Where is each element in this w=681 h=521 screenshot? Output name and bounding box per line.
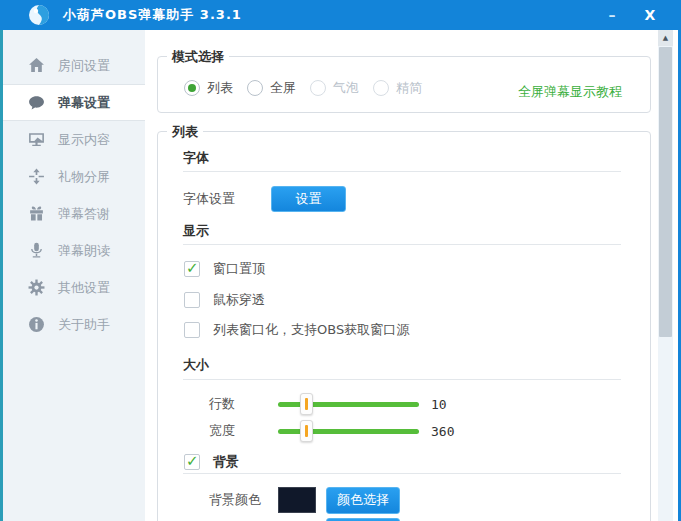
checkbox-icon [184,292,200,308]
list-settings-group: 列表 字体 字体设置 设置 显示 窗口置顶 鼠标穿透 列表窗口化，支持OBS获取… [157,131,651,521]
width-label: 宽度 [209,422,235,440]
gift-icon [28,205,45,222]
background-color-row: 背景颜色 颜色选择 [158,486,650,514]
width-slider-handle[interactable] [300,420,313,442]
sidebar-item-label: 弹幕设置 [58,94,110,112]
speech-bubble-icon [28,94,45,111]
fullscreen-tutorial-link[interactable]: 全屏弹幕显示教程 [518,83,622,101]
app-logo-icon [28,4,50,26]
sidebar-item-about[interactable]: 关于助手 [3,306,145,343]
sidebar-item-label: 弹幕答谢 [58,205,110,223]
mode-radio-fullscreen[interactable]: 全屏 [247,79,296,97]
size-section-header: 大小 [183,356,209,374]
sidebar-item-label: 关于助手 [58,316,110,334]
mode-radio-row: 列表 全屏 气泡 精简 [184,79,436,97]
mode-radio-list[interactable]: 列表 [184,79,233,97]
checkbox-mouse-passthrough[interactable]: 鼠标穿透 [184,291,676,309]
radio-icon [184,80,200,96]
font-section-header: 字体 [183,149,209,167]
row-count-slider-handle[interactable] [300,393,313,415]
sidebar-item-gift-split-screen[interactable]: 礼物分屏 [3,158,145,195]
mode-selection-group: 模式选择 列表 全屏 气泡 精简 全屏弹幕显示教程 [157,56,651,113]
sidebar-item-other-settings[interactable]: 其他设置 [3,269,145,306]
width-slider-row: 宽度 360 [158,419,650,443]
divider [183,171,621,172]
sidebar-item-danmaku-thanks[interactable]: 弹幕答谢 [3,195,145,232]
home-icon [28,57,45,74]
font-settings-button[interactable]: 设置 [271,186,346,212]
mode-radio-simplified[interactable]: 精简 [373,79,422,97]
row-count-slider-row: 行数 10 [158,392,650,416]
sidebar: 房间设置 弹幕设置 显示内容 礼物分屏 弹幕答谢 弹幕朗读 其他设置 [3,30,145,521]
checkbox-icon [184,261,200,277]
font-settings-row: 字体设置 设置 [183,186,675,212]
minimize-button[interactable]: – [593,0,631,30]
monitor-icon [28,131,45,148]
display-section-header: 显示 [183,222,209,240]
width-value: 360 [431,424,454,439]
sidebar-item-display-content[interactable]: 显示内容 [3,121,145,158]
microphone-icon [28,242,45,259]
row-count-label: 行数 [209,395,235,413]
info-icon [28,316,45,333]
sidebar-item-label: 房间设置 [58,57,110,75]
list-settings-legend: 列表 [167,123,203,141]
divider [183,379,621,380]
checkbox-window-on-top[interactable]: 窗口置顶 [184,260,676,278]
titlebar: 小葫芦OBS弹幕助手 3.3.1 – X [0,0,681,30]
radio-icon [310,80,326,96]
radio-icon [373,80,389,96]
scrollbar-up-arrow-icon[interactable]: ▲ [658,30,673,46]
background-color-swatch[interactable] [278,487,316,513]
sidebar-item-label: 礼物分屏 [58,168,110,186]
background-color-label: 背景颜色 [209,491,261,509]
sidebar-item-danmaku-settings[interactable]: 弹幕设置 [3,84,145,121]
sidebar-item-label: 弹幕朗读 [58,242,110,260]
row-count-value: 10 [431,397,447,412]
sidebar-item-room-settings[interactable]: 房间设置 [3,47,145,84]
split-screen-icon [28,168,45,185]
color-picker-button[interactable]: 颜色选择 [326,487,400,514]
checkbox-icon [184,322,200,338]
vertical-scrollbar[interactable]: ▲ [658,30,673,521]
checkbox-list-windowed[interactable]: 列表窗口化，支持OBS获取窗口源 [184,321,676,339]
mode-selection-legend: 模式选择 [167,48,229,66]
divider [183,473,621,474]
close-button[interactable]: X [631,0,669,30]
mode-radio-bubble[interactable]: 气泡 [310,79,359,97]
sidebar-item-danmaku-reading[interactable]: 弹幕朗读 [3,232,145,269]
sidebar-item-label: 显示内容 [58,131,110,149]
checkbox-background[interactable]: 背景 [184,453,676,471]
radio-icon [247,80,263,96]
gear-icon [28,279,45,296]
checkbox-icon [184,454,200,470]
window-title: 小葫芦OBS弹幕助手 3.3.1 [63,6,242,24]
font-settings-label: 字体设置 [183,190,235,208]
sidebar-item-label: 其他设置 [58,279,110,297]
scrollbar-thumb[interactable] [659,47,672,337]
divider [183,244,621,245]
